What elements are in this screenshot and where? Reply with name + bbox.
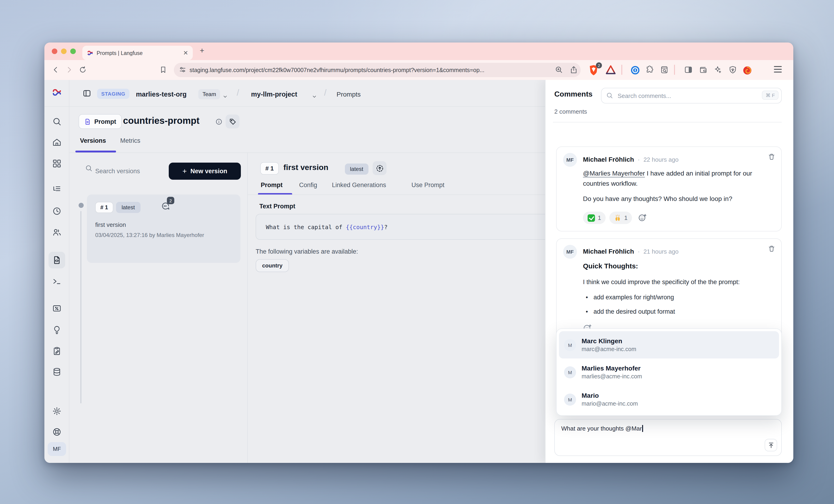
breadcrumb-section[interactable]: Prompts (336, 91, 360, 98)
brave-shield-icon[interactable]: 2 (588, 64, 600, 76)
reaction-raised-hands[interactable]: 1 (609, 211, 632, 224)
sessions-clock-icon[interactable] (52, 206, 62, 216)
avatar: M (564, 393, 576, 405)
tab-use-prompt[interactable]: Use Prompt (412, 182, 444, 188)
prompts-icon[interactable] (48, 252, 65, 268)
prompt-type-badge: Prompt (79, 114, 122, 129)
browser-toolbar: staging.langfuse.com/project/cm22fk0w700… (44, 60, 793, 80)
search-comments-input[interactable]: Search comments... ⌘ F (601, 88, 782, 104)
mention-suggestion[interactable]: M Marc Klingen marc@acme-inc.com (559, 331, 779, 359)
reactions-row: 1 1 (583, 211, 647, 224)
delete-comment-icon[interactable] (768, 245, 775, 252)
minimize-window-button[interactable] (61, 48, 67, 54)
delete-comment-icon[interactable] (768, 153, 775, 160)
breadcrumb-org[interactable]: marlies-test-org (136, 91, 186, 98)
tab-metrics[interactable]: Metrics (120, 137, 140, 144)
tab-versions[interactable]: Versions (80, 137, 106, 144)
panel-toggle-icon[interactable] (83, 89, 91, 97)
search-tabs-icon[interactable] (660, 66, 668, 74)
page-title: countries-prompt (123, 115, 199, 126)
prompt-content-box: What is the capital of {{country}}? (256, 214, 561, 240)
menu-icon[interactable] (774, 66, 782, 72)
user-avatar[interactable]: MF (48, 442, 66, 456)
new-version-button[interactable]: + New version (169, 163, 241, 180)
tag-button[interactable] (226, 115, 240, 129)
active-tab-underline (75, 151, 116, 153)
mention-link[interactable]: @Marlies Mayerhofer (583, 169, 645, 177)
tab-config[interactable]: Config (299, 182, 317, 188)
detail-tabs-divider (247, 194, 553, 195)
tab-prompt[interactable]: Prompt (261, 182, 283, 188)
search-versions-input[interactable]: Search versions (95, 168, 140, 175)
extensions-puzzle-icon[interactable] (645, 66, 654, 74)
deploy-arrow-icon (376, 164, 383, 172)
comment-body: Quick Thoughts: I think we could improve… (583, 260, 772, 322)
chevron-down-icon[interactable] (312, 92, 317, 97)
mention-suggestion[interactable]: M Mario mario@acme-inc.com (559, 386, 779, 413)
browser-tab[interactable]: Prompts | Langfuse ✕ (82, 46, 193, 60)
leo-ai-sparkle-icon[interactable] (714, 66, 722, 74)
keyboard-shortcut-badge: ⌘ F (762, 91, 778, 100)
version-list-item[interactable]: # 1 latest 2 first version 03/04/2025, 1… (87, 194, 240, 263)
datasets-database-icon[interactable] (52, 367, 62, 376)
comment-author: Michael Fröhlich (583, 156, 634, 163)
scores-icon[interactable] (52, 304, 62, 313)
time-separator: · (638, 156, 640, 163)
new-tab-button[interactable]: + (200, 46, 204, 55)
comments-panel-title: Comments (554, 90, 592, 98)
dashboards-icon[interactable] (52, 159, 62, 168)
info-icon[interactable] (215, 118, 222, 125)
sidebar-toggle-icon[interactable] (684, 66, 693, 74)
forward-icon[interactable] (65, 66, 73, 74)
rewards-swirl-icon[interactable] (743, 66, 752, 75)
settings-gear-icon[interactable] (52, 407, 62, 416)
env-badge: STAGING (97, 89, 129, 99)
suggestion-email: marc@acme-inc.com (581, 346, 636, 352)
version-name: first version (95, 221, 126, 228)
latest-badge: latest (116, 202, 140, 213)
new-version-label: New version (191, 168, 227, 175)
add-reaction-icon[interactable] (638, 213, 647, 222)
url-bar[interactable]: staging.langfuse.com/project/cm22fk0w700… (174, 63, 581, 77)
search-comments-placeholder: Search comments... (618, 92, 671, 99)
zoom-icon[interactable] (555, 66, 563, 74)
home-icon[interactable] (52, 138, 62, 147)
variable-chip[interactable]: country (256, 259, 289, 272)
mention-suggestion[interactable]: M Marlies Mayerhofer marlies@acme-inc.co… (559, 359, 779, 386)
users-icon[interactable] (52, 228, 62, 237)
site-settings-icon[interactable] (179, 66, 186, 73)
close-tab-icon[interactable]: ✕ (183, 49, 188, 56)
submit-comment-button[interactable] (765, 439, 777, 451)
onepassword-icon[interactable] (631, 66, 640, 75)
suggestion-email: mario@acme-inc.com (581, 400, 638, 407)
evals-lightbulb-icon[interactable] (52, 325, 62, 335)
tab-linked-generations[interactable]: Linked Generations (332, 182, 386, 188)
close-window-button[interactable] (52, 48, 57, 54)
avatar: MF (563, 245, 577, 259)
reload-icon[interactable] (79, 66, 87, 74)
bookmark-icon[interactable] (159, 66, 167, 74)
promote-version-button[interactable] (373, 161, 387, 175)
reaction-count: 1 (598, 214, 601, 221)
reaction-check[interactable]: 1 (583, 211, 606, 224)
suggestion-email: marlies@acme-inc.com (581, 373, 642, 380)
search-versions-icon (85, 164, 92, 172)
comment-input[interactable]: What are your thoughts @Mar (554, 419, 782, 456)
version-meta: 03/04/2025, 13:27:16 by Marlies Mayerhof… (95, 232, 204, 238)
shield-badge: 2 (596, 62, 602, 68)
maximize-window-button[interactable] (70, 48, 76, 54)
annotation-clipboard-icon[interactable] (52, 346, 62, 356)
search-icon[interactable] (52, 117, 62, 126)
back-icon[interactable] (52, 66, 60, 74)
comment-input-value: What are your thoughts @Mar (561, 425, 642, 432)
support-lifebuoy-icon[interactable] (52, 427, 62, 437)
triangle-extension-icon[interactable] (606, 65, 616, 75)
playground-terminal-icon[interactable] (52, 277, 62, 286)
breadcrumb-project[interactable]: my-llm-project (251, 91, 297, 98)
wallet-icon[interactable] (699, 66, 707, 74)
tracing-icon[interactable] (52, 185, 62, 194)
share-icon[interactable] (570, 66, 578, 74)
plus-icon: + (182, 167, 187, 175)
chevron-down-icon[interactable] (223, 92, 227, 97)
vpn-shield-icon[interactable] (729, 66, 737, 74)
